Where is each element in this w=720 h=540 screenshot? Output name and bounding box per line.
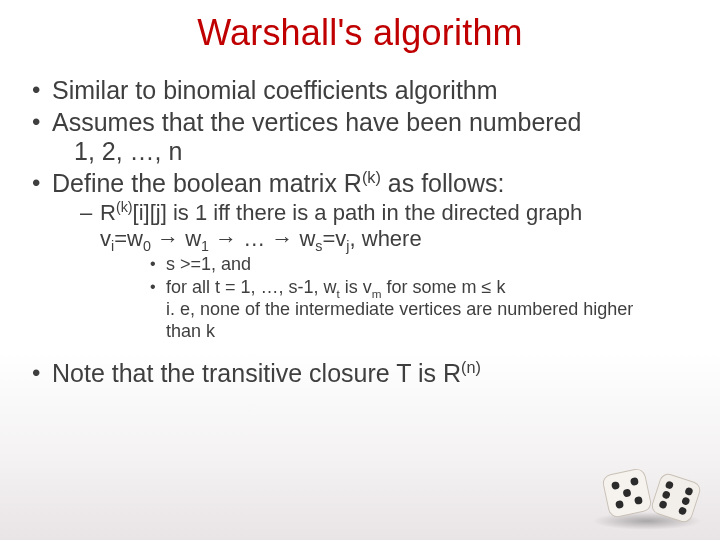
bullet-list: Similar to binomial coefficients algorit… <box>24 76 696 343</box>
arrow-icon: → … → <box>209 226 299 251</box>
svg-point-7 <box>665 480 674 489</box>
t: is v <box>340 277 372 297</box>
bullet-1-text: Similar to binomial coefficients algorit… <box>52 76 498 104</box>
bullet-2: Assumes that the vertices have been numb… <box>24 108 696 167</box>
sub-bullet-1: R(k)[i][j] is 1 iff there is a path in t… <box>52 200 696 343</box>
svg-point-11 <box>662 490 671 499</box>
svg-point-2 <box>630 477 639 486</box>
slide-title: Warshall's algorithm <box>24 12 696 54</box>
subsub-bullet-list: s >=1, and for all t = 1, …, s-1, wt is … <box>100 254 696 343</box>
t: =w <box>114 226 143 251</box>
arrow-icon: → <box>151 226 185 251</box>
bullet-4: Note that the transitive closure T is R(… <box>24 359 696 389</box>
t: 0 <box>143 238 151 254</box>
svg-point-1 <box>611 481 620 490</box>
svg-point-9 <box>658 500 667 509</box>
bullet-2-line2: 1, 2, …, n <box>52 137 696 167</box>
t: w <box>299 226 315 251</box>
subsub-1-text: s >=1, and <box>166 254 251 274</box>
bullet-2-line1: Assumes that the vertices have been numb… <box>52 108 581 136</box>
die-icon <box>648 470 704 526</box>
die-icon <box>598 464 656 522</box>
sub1-r: R <box>100 200 116 225</box>
t: v <box>100 226 111 251</box>
spacer <box>24 345 696 359</box>
subsub-2: for all t = 1, …, s-1, wt is vm for some… <box>100 277 696 343</box>
sub1-line2: vi=w0 → w1 → … → ws=vj, where <box>100 226 696 252</box>
slide: Warshall's algorithm Similar to binomial… <box>0 0 720 540</box>
t: m <box>372 286 382 299</box>
svg-point-12 <box>681 496 690 505</box>
svg-point-5 <box>622 488 631 497</box>
sub1-rest: [i][j] is 1 iff there is a path in the d… <box>133 200 583 225</box>
t: 1 <box>201 238 209 254</box>
t: w <box>185 226 201 251</box>
subsub-2-line3: than k <box>166 321 696 343</box>
bullet-1: Similar to binomial coefficients algorit… <box>24 76 696 106</box>
subsub-1: s >=1, and <box>100 254 696 276</box>
subsub-2-line2: i. e, none of the intermediate vertices … <box>166 299 696 321</box>
bullet-list-2: Note that the transitive closure T is R(… <box>24 359 696 389</box>
svg-rect-0 <box>602 468 652 518</box>
svg-point-10 <box>678 506 687 515</box>
bullet-3: Define the boolean matrix R(k) as follow… <box>24 169 696 343</box>
dice-shadow <box>592 512 702 530</box>
bullet-4-sup: (n) <box>461 357 481 375</box>
svg-point-8 <box>684 487 693 496</box>
bullet-3-text-b: as follows: <box>381 169 505 197</box>
svg-rect-6 <box>650 472 702 524</box>
bullet-4-text: Note that the transitive closure T is R <box>52 359 461 387</box>
t: , where <box>350 226 422 251</box>
dice-decoration <box>588 440 708 530</box>
svg-point-4 <box>634 496 643 505</box>
t: for all t = 1, …, s-1, w <box>166 277 337 297</box>
bullet-3-sup: (k) <box>362 167 381 185</box>
sub-bullet-list: R(k)[i][j] is 1 iff there is a path in t… <box>52 200 696 343</box>
svg-point-3 <box>615 500 624 509</box>
sub1-sup: (k) <box>116 199 133 215</box>
t: for some m ≤ k <box>382 277 506 297</box>
bullet-3-text-a: Define the boolean matrix R <box>52 169 362 197</box>
t: =v <box>322 226 346 251</box>
